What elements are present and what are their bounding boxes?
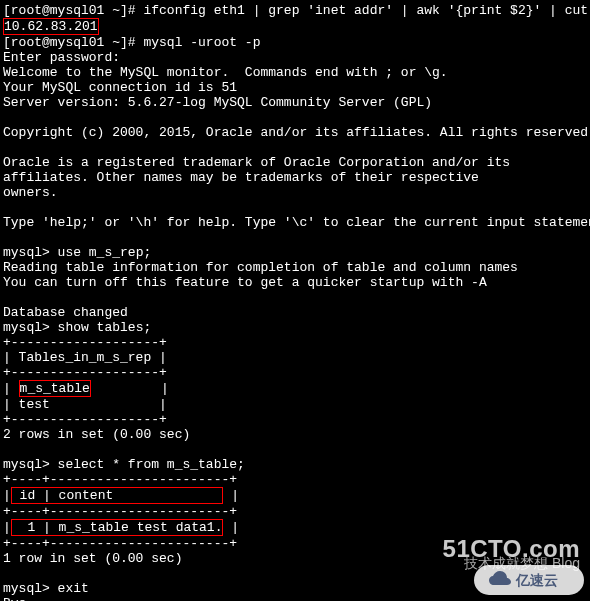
- table-border: +----+-----------------------+: [3, 472, 237, 487]
- command-text: use m_s_rep;: [50, 245, 151, 260]
- result-footer: 2 rows in set (0.00 sec): [3, 427, 190, 442]
- table-row: | test |: [3, 397, 167, 412]
- terminal-output: [root@mysql01 ~]# ifconfig eth1 | grep '…: [0, 0, 590, 601]
- command-text: select * from m_s_table;: [50, 457, 245, 472]
- command-text: exit: [50, 581, 89, 596]
- table-cell-prefix: |: [3, 381, 19, 396]
- table-cell-prefix: |: [3, 520, 11, 535]
- mysql-prompt: mysql>: [3, 581, 50, 596]
- mysql-prompt: mysql>: [3, 320, 50, 335]
- result-footer: 1 row in set (0.00 sec): [3, 551, 182, 566]
- ip-address-highlighted: 10.62.83.201: [3, 18, 99, 35]
- table-border: +-------------------+: [3, 412, 167, 427]
- mysql-banner: Enter password: Welcome to the MySQL mon…: [3, 50, 590, 230]
- table-border: +-------------------+: [3, 365, 167, 380]
- mysql-prompt: mysql>: [3, 457, 50, 472]
- table-cell-suffix: |: [223, 520, 239, 535]
- table-border: +-------------------+: [3, 335, 167, 350]
- table-name-highlighted: m_s_table: [19, 380, 91, 397]
- table-row-highlighted: 1 | m_s_table test data1.: [11, 519, 224, 536]
- shell-prompt: [root@mysql01 ~]#: [3, 3, 136, 18]
- table-border: +----+-----------------------+: [3, 536, 237, 551]
- table-cell-suffix: |: [91, 381, 169, 396]
- bye-text: Bye: [3, 596, 26, 601]
- mysql-prompt: mysql>: [3, 245, 50, 260]
- command-text: mysql -uroot -p: [136, 35, 261, 50]
- table-cell-suffix: |: [223, 488, 239, 503]
- shell-prompt: [root@mysql01 ~]#: [3, 35, 136, 50]
- mysql-output: Reading table information for completion…: [3, 260, 518, 320]
- table-cell-prefix: |: [3, 488, 11, 503]
- table-header: | Tables_in_m_s_rep |: [3, 350, 167, 365]
- table-border: +----+-----------------------+: [3, 504, 237, 519]
- command-text: ifconfig eth1 | grep 'inet addr' | awk '…: [136, 3, 590, 18]
- command-text: show tables;: [50, 320, 151, 335]
- table-header-highlighted: id | content: [11, 487, 224, 504]
